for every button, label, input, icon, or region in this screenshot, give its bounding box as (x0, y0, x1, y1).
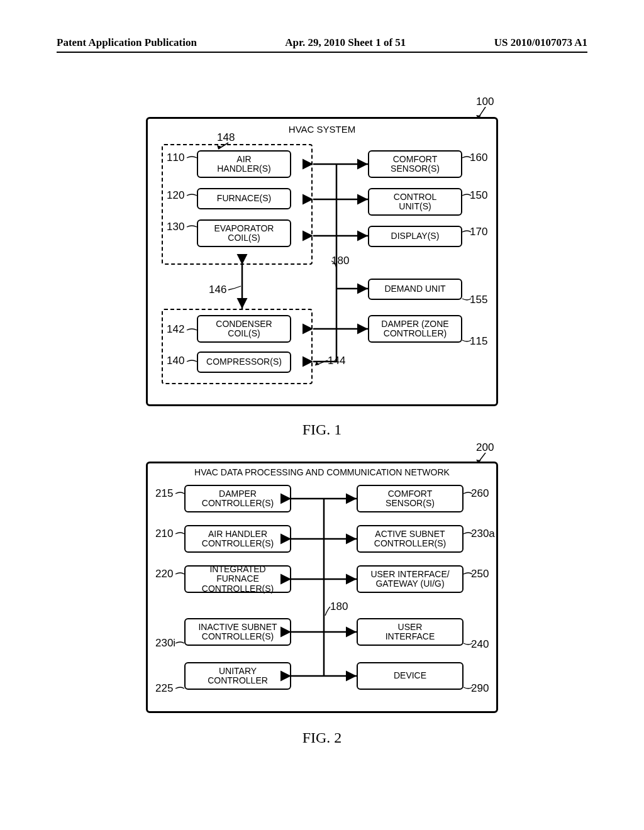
box-control-unit: CONTROL UNIT(S) (368, 188, 462, 216)
header-center: Apr. 29, 2010 Sheet 1 of 51 (285, 36, 406, 49)
ref-180: 180 (331, 255, 349, 267)
box-ah-ctl: AIR HANDLER CONTROLLER(S) (184, 525, 291, 553)
figure-1-wrap: 100 HVAC SYSTEM 148 AIR HANDLER(S) FURNA… (0, 107, 644, 438)
ref-150: 150 (470, 189, 487, 202)
box-active-ctl: ACTIVE SUBNET CONTROLLER(S) (357, 525, 464, 553)
fig1-title: HVAC SYSTEM (148, 124, 496, 135)
ref-140: 140 (167, 355, 184, 367)
ref-130: 130 (167, 221, 184, 233)
box-uig: USER INTERFACE/ GATEWAY (UI/G) (357, 565, 464, 593)
ref-210: 210 (155, 528, 173, 540)
ref-120: 120 (167, 189, 184, 202)
figure-2-wrap: 200 HVAC DATA PROCESSING AND COMMUNICATI… (0, 453, 644, 746)
fig2-diagram: HVAC DATA PROCESSING AND COMMUNICATION N… (146, 462, 498, 713)
ref-200: 200 (476, 441, 494, 454)
ref-155: 155 (470, 294, 487, 306)
box-comfort-sensor: COMFORT SENSOR(S) (368, 150, 462, 178)
ref-142: 142 (167, 323, 184, 336)
ref-230a: 230a (471, 528, 495, 540)
page-header: Patent Application Publication Apr. 29, … (0, 36, 644, 49)
box-compressor: COMPRESSOR(S) (197, 351, 291, 373)
ref-146: 146 (209, 284, 226, 296)
box-ui: USER INTERFACE (357, 618, 464, 646)
box-inactive-ctl: INACTIVE SUBNET CONTROLLER(S) (184, 618, 291, 646)
ref-100: 100 (476, 96, 494, 108)
ref-230i: 230i (155, 637, 175, 650)
fig2-title: HVAC DATA PROCESSING AND COMMUNICATION N… (148, 467, 496, 477)
ref-144: 144 (328, 355, 345, 367)
header-right: US 2010/0107073 A1 (494, 36, 587, 49)
fig2-caption: FIG. 2 (303, 729, 342, 746)
ref-115: 115 (470, 335, 487, 348)
box-comfort-sensor-2: COMFORT SENSOR(S) (357, 485, 464, 512)
box-furnaces: FURNACE(S) (197, 188, 291, 209)
ref-110: 110 (167, 152, 184, 164)
box-air-handler: AIR HANDLER(S) (197, 150, 291, 178)
ref-170: 170 (470, 226, 487, 238)
box-damper: DAMPER (ZONE CONTROLLER) (368, 315, 462, 343)
ref-225: 225 (155, 682, 173, 695)
box-display: DISPLAY(S) (368, 226, 462, 247)
ref-220: 220 (155, 568, 173, 580)
ref-290: 290 (471, 682, 489, 695)
box-demand-unit: DEMAND UNIT (368, 279, 462, 300)
box-if-ctl: INTEGRATED FURNACE CONTROLLER(S) (184, 565, 291, 593)
header-left: Patent Application Publication (57, 36, 197, 49)
ref-180-b: 180 (330, 600, 348, 613)
svg-line-10 (315, 360, 328, 365)
ref-215: 215 (155, 487, 173, 500)
ref-250: 250 (471, 568, 489, 580)
box-unitary-ctl: UNITARY CONTROLLER (184, 662, 291, 690)
fig1-diagram: HVAC SYSTEM 148 AIR HANDLER(S) FURNACE(S… (146, 117, 498, 406)
box-damper-ctl: DAMPER CONTROLLER(S) (184, 485, 291, 512)
ref-260: 260 (471, 487, 489, 500)
fig1-caption: FIG. 1 (303, 421, 342, 438)
box-evaporator: EVAPORATOR COIL(S) (197, 219, 291, 247)
ref-148: 148 (217, 131, 235, 144)
ref-240: 240 (471, 638, 489, 651)
box-condenser: CONDENSER COIL(S) (197, 315, 291, 343)
ref-160: 160 (470, 152, 487, 164)
box-device: DEVICE (357, 662, 464, 690)
header-rule (57, 52, 587, 53)
